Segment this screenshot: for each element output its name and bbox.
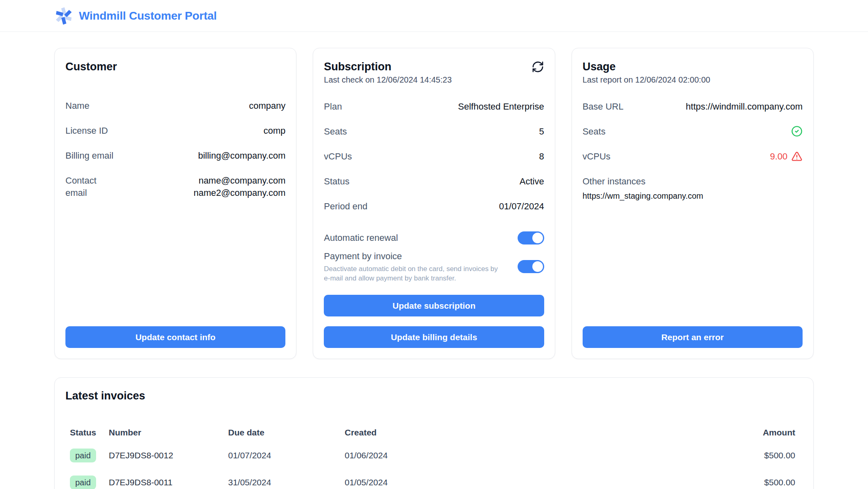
usage-rows: Base URL https://windmill.company.com Se… [583, 101, 803, 202]
row-label: License ID [65, 125, 108, 137]
status-badge: paid [70, 476, 96, 489]
seats-status [791, 126, 803, 137]
subscription-row-status: Status Active [324, 175, 544, 200]
usage-row-seats: Seats [583, 126, 803, 150]
status-badge: paid [70, 449, 96, 462]
update-contact-info-button[interactable]: Update contact info [65, 326, 285, 348]
payment-by-invoice-toggle[interactable] [518, 260, 544, 273]
refresh-icon [532, 61, 544, 73]
usage-card: Usage Last report on 12/06/2024 02:00:00… [572, 48, 814, 359]
row-value: Active [520, 175, 544, 188]
column-header-status: Status [65, 428, 109, 437]
automatic-renewal-toggle[interactable] [518, 231, 544, 244]
payment-by-invoice-description: Deactivate automatic debit on the card, … [324, 264, 506, 283]
usage-card-title: Usage [583, 60, 803, 74]
row-label: Base URL [583, 101, 624, 113]
check-circle-icon [791, 126, 803, 137]
report-an-error-button[interactable]: Report an error [583, 326, 803, 348]
usage-row-other-instances: Other instances https://wm_staging.compa… [583, 175, 803, 202]
vcpus-usage: 9.00 [770, 150, 803, 163]
row-label: Billing email [65, 150, 113, 162]
brand: Windmill Customer Portal [54, 7, 217, 25]
subscription-row-period-end: Period end 01/07/2024 [324, 200, 544, 225]
invoices-table: Status Number Due date Created Amount pa… [65, 423, 803, 489]
row-label: Automatic renewal [324, 232, 398, 244]
row-label: vCPUs [583, 150, 610, 163]
invoice-number: D7EJ9DS8-0011 [109, 478, 228, 487]
usage-row-vcpus: vCPUs 9.00 [583, 150, 803, 175]
table-row: paid D7EJ9DS8-0011 31/05/2024 01/05/2024… [65, 469, 803, 489]
table-row: paid D7EJ9DS8-0012 01/07/2024 01/06/2024… [65, 442, 803, 469]
column-header-due-date: Due date [228, 428, 345, 437]
subscription-card: Subscription Last check on 12/06/2024 14… [313, 48, 555, 359]
invoice-number: D7EJ9DS8-0012 [109, 451, 228, 460]
row-label: Contact email [65, 175, 96, 199]
column-header-created: Created [345, 428, 720, 437]
row-label: Seats [324, 126, 347, 138]
customer-card-title: Customer [65, 60, 285, 74]
row-value: 8 [539, 150, 544, 163]
subscription-rows: Plan Selfhosted Enterprise Seats 5 vCPUs… [324, 101, 544, 283]
row-label: Status [324, 175, 349, 188]
customer-row-name: Name company [65, 100, 285, 125]
refresh-button[interactable] [532, 61, 544, 73]
subscription-row-vcpus: vCPUs 8 [324, 150, 544, 175]
summary-cards: Customer Name company License ID comp Bi… [54, 48, 814, 359]
row-value: https://windmill.company.com [686, 101, 803, 113]
row-value: name@company.com name2@company.com [193, 175, 285, 199]
subscription-row-seats: Seats 5 [324, 126, 544, 150]
top-bar: Windmill Customer Portal [0, 0, 868, 32]
subscription-row-plan: Plan Selfhosted Enterprise [324, 101, 544, 126]
column-header-amount: Amount [720, 428, 803, 437]
row-value: comp [264, 125, 286, 137]
row-value: 5 [539, 126, 544, 138]
warning-triangle-icon [791, 151, 803, 162]
other-instance-url: https://wm_staging.company.com [583, 191, 803, 202]
customer-row-contact-email: Contact email name@company.com name2@com… [65, 175, 285, 200]
row-label: vCPUs [324, 150, 352, 163]
subscription-last-check: Last check on 12/06/2024 14:45:23 [324, 74, 544, 85]
usage-last-report: Last report on 12/06/2024 02:00:00 [583, 74, 803, 85]
latest-invoices-card: Latest invoices Status Number Due date C… [54, 377, 814, 489]
subscription-card-title: Subscription [324, 60, 391, 74]
row-label: Plan [324, 101, 342, 113]
row-label: Other instances [583, 175, 803, 188]
row-value: company [249, 100, 285, 112]
invoice-amount: $500.00 [720, 478, 803, 487]
main-content: Customer Name company License ID comp Bi… [0, 48, 868, 489]
row-value: billing@company.com [198, 150, 285, 162]
customer-card: Customer Name company License ID comp Bi… [54, 48, 296, 359]
invoice-created: 01/06/2024 [345, 451, 720, 460]
row-label: Period end [324, 200, 367, 213]
invoices-table-header: Status Number Due date Created Amount [65, 423, 803, 442]
app-title: Windmill Customer Portal [79, 9, 217, 22]
invoice-amount: $500.00 [720, 451, 803, 460]
row-label: Name [65, 100, 90, 112]
row-label: Seats [583, 126, 606, 138]
latest-invoices-title: Latest invoices [65, 389, 803, 403]
invoice-due-date: 31/05/2024 [228, 478, 345, 487]
customer-rows: Name company License ID comp Billing ema… [65, 100, 285, 200]
invoice-created: 01/05/2024 [345, 478, 720, 487]
column-header-number: Number [109, 428, 228, 437]
subscription-row-payment-by-invoice: Payment by invoice Deactivate automatic … [324, 250, 544, 283]
usage-row-base-url: Base URL https://windmill.company.com [583, 101, 803, 126]
invoice-due-date: 01/07/2024 [228, 451, 345, 460]
row-value: 01/07/2024 [499, 200, 544, 213]
subscription-row-automatic-renewal: Automatic renewal [324, 225, 544, 250]
row-value: Selfhosted Enterprise [458, 101, 544, 113]
windmill-logo-icon [54, 7, 73, 25]
row-label: Payment by invoice [324, 250, 506, 262]
update-subscription-button[interactable]: Update subscription [324, 295, 544, 316]
vcpus-value: 9.00 [770, 150, 787, 163]
customer-row-billing-email: Billing email billing@company.com [65, 150, 285, 175]
update-billing-details-button[interactable]: Update billing details [324, 326, 544, 348]
customer-row-license-id: License ID comp [65, 125, 285, 150]
